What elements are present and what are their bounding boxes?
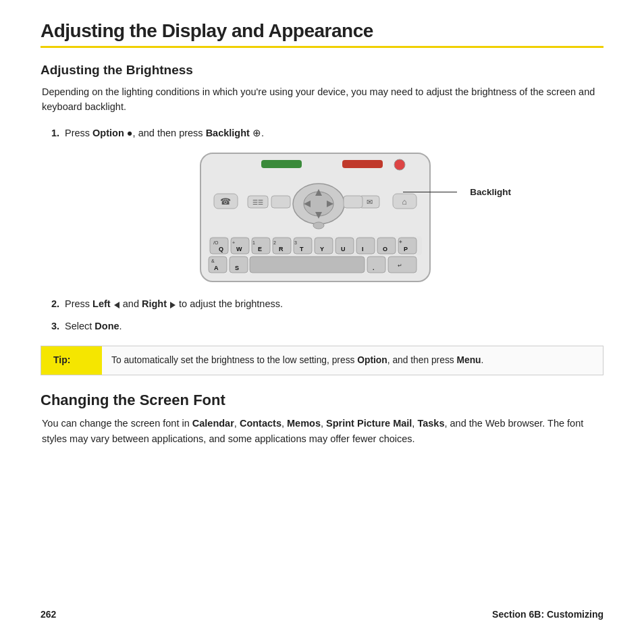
right-bold: Right [142, 298, 167, 309]
svg-rect-18 [271, 196, 290, 208]
done-bold: Done [95, 321, 119, 331]
tasks-bold: Tasks [417, 418, 444, 429]
section1-intro: Depending on the lighting conditions in … [42, 84, 603, 115]
tip-label: Tip: [41, 346, 102, 374]
svg-text:P: P [404, 246, 408, 252]
svg-text:3: 3 [294, 240, 297, 245]
step-1-num: 1. [41, 126, 59, 140]
svg-text:☰☰: ☰☰ [252, 199, 263, 206]
contacts-bold: Contacts [240, 418, 281, 429]
tip-box: Tip: To automatically set the brightness… [41, 346, 603, 375]
left-arrow-icon [114, 302, 119, 308]
svg-text:Y: Y [320, 246, 324, 252]
tip-content: To automatically set the brightness to t… [102, 346, 603, 374]
phone-keyboard-svg: ☎ ☰☰ ⌂ ✉ [194, 150, 450, 285]
page-footer: 262 Section 6B: Customizing [41, 609, 603, 620]
backlight-bold: Backlight [206, 128, 250, 138]
left-bold: Left [92, 298, 111, 309]
svg-rect-1 [261, 160, 302, 168]
step-3-content: Select Done. [65, 319, 603, 333]
step-1: 1. Press Option ●, and then press Backli… [41, 126, 603, 140]
backlight-callout-line [403, 192, 457, 192]
svg-point-3 [394, 159, 405, 170]
backlight-label: Backlight [470, 187, 511, 197]
svg-text:&: & [211, 259, 215, 263]
section1: Adjusting the Brightness Depending on th… [41, 63, 603, 375]
option-bold: Option [92, 128, 124, 138]
footer-section-label: Section 6B: Customizing [492, 609, 603, 620]
memos-bold: Memos [287, 418, 321, 429]
svg-text:2: 2 [273, 240, 276, 245]
svg-text:Q: Q [219, 246, 223, 252]
steps-list: 1. Press Option ●, and then press Backli… [41, 126, 603, 140]
svg-rect-54 [367, 257, 385, 273]
step-1-content: Press Option ●, and then press Backlight… [65, 126, 603, 140]
svg-rect-56 [388, 257, 417, 273]
section2-text: You can change the screen font in Calend… [42, 416, 603, 447]
svg-text:✦: ✦ [398, 239, 403, 245]
svg-text:↵: ↵ [398, 263, 402, 269]
svg-text:I: I [362, 246, 364, 252]
svg-rect-19 [344, 196, 363, 208]
phone-illustration-container: ☎ ☰☰ ⌂ ✉ [41, 150, 603, 287]
svg-text:.: . [373, 265, 375, 271]
svg-point-20 [313, 222, 324, 229]
steps-list-2: 2. Press Left and Right to adjust the br… [41, 296, 603, 333]
step-2-content: Press Left and Right to adjust the brigh… [65, 296, 603, 311]
section2-heading: Changing the Screen Font [41, 392, 603, 409]
svg-text:A: A [214, 265, 219, 271]
svg-text:U: U [341, 246, 346, 252]
svg-text:R: R [279, 246, 284, 252]
svg-rect-2 [342, 160, 383, 168]
step-2-num: 2. [41, 296, 59, 311]
section1-heading: Adjusting the Brightness [41, 63, 603, 78]
step-2: 2. Press Left and Right to adjust the br… [41, 296, 603, 311]
step-3: 3. Select Done. [41, 319, 603, 333]
svg-rect-41 [356, 238, 375, 254]
svg-text:⌂: ⌂ [402, 197, 406, 207]
title-rule [41, 46, 603, 48]
svg-text:☎: ☎ [220, 196, 231, 207]
tip-option-bold: Option [357, 355, 387, 365]
svg-text:/O: /O [213, 240, 219, 245]
svg-text:1: 1 [252, 240, 255, 245]
svg-text:T: T [300, 246, 304, 252]
svg-text:✉: ✉ [367, 198, 373, 206]
svg-text:W: W [236, 246, 242, 252]
phone-wrapper: ☎ ☰☰ ⌂ ✉ [194, 150, 450, 287]
svg-rect-53 [250, 257, 365, 273]
right-arrow-icon [170, 302, 176, 308]
footer-page-number: 262 [41, 609, 56, 620]
calendar-bold: Calendar [192, 418, 234, 429]
section2: Changing the Screen Font You can change … [41, 392, 603, 447]
page-title: Adjusting the Display and Appearance [41, 20, 603, 42]
tip-menu-bold: Menu [457, 355, 481, 365]
sprint-mail-bold: Sprint Picture Mail [326, 418, 412, 429]
step-3-num: 3. [41, 319, 59, 333]
svg-text:+: + [232, 240, 235, 245]
svg-text:S: S [235, 265, 239, 271]
svg-text:E: E [258, 246, 262, 252]
svg-text:O: O [383, 246, 387, 252]
